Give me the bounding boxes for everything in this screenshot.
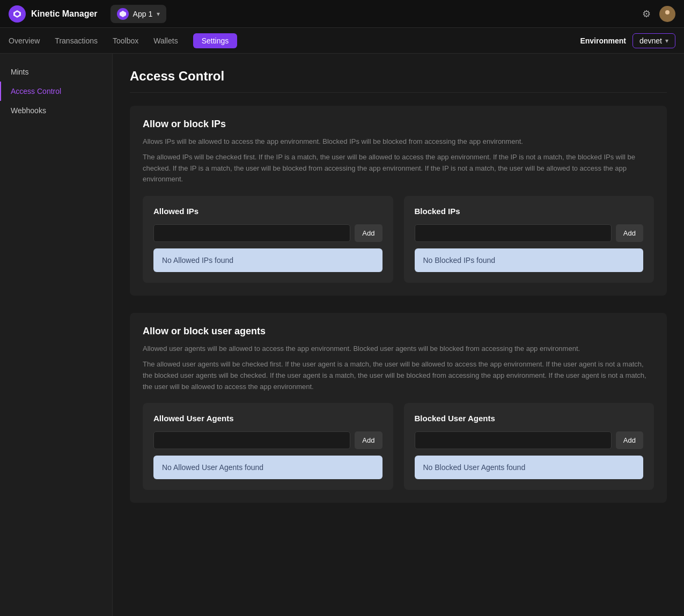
nav-overview[interactable]: Overview [9,34,40,47]
secondary-nav: Overview Transactions Toolbox Wallets Se… [0,28,684,54]
main-layout: Mints Access Control Webhooks Access Con… [0,54,684,616]
blocked-user-agents-empty: No Blocked User Agents found [415,456,644,479]
blocked-ips-input-row: Add [415,224,644,242]
nav-toolbox[interactable]: Toolbox [113,34,138,47]
nav-wallets[interactable]: Wallets [153,34,178,47]
allowed-user-agents-title: Allowed User Agents [153,414,383,423]
env-selector[interactable]: devnet ▾ [632,33,675,48]
allowed-ips-add-button[interactable]: Add [355,224,382,242]
page-title: Access Control [130,69,667,93]
blocked-ips-add-button[interactable]: Add [616,224,643,242]
ips-section-title: Allow or block IPs [143,119,654,130]
environment-label: Environment [580,36,626,45]
allowed-user-agents-input-row: Add [153,431,383,449]
ips-section: Allow or block IPs Allows IPs will be al… [130,106,667,296]
svg-point-4 [664,16,671,19]
blocked-ips-empty: No Blocked IPs found [415,248,644,272]
app-selector-icon [117,8,129,20]
gear-icon[interactable]: ⚙ [642,8,651,20]
user-agents-two-col: Allowed User Agents Add No Allowed User … [143,403,654,490]
blocked-user-agents-title: Blocked User Agents [415,414,644,423]
blocked-user-agents-input-row: Add [415,431,644,449]
blocked-user-agents-add-button[interactable]: Add [616,431,643,449]
allowed-user-agents-panel: Allowed User Agents Add No Allowed User … [143,403,393,490]
top-bar: Kinetic Manager App 1 ▾ ⚙ [0,0,684,28]
blocked-ips-input[interactable] [415,224,612,242]
user-agents-section-desc2: The allowed user agents will be checked … [143,359,654,392]
app-selector-chevron: ▾ [157,10,160,18]
ips-section-desc1: Allows IPs will be allowed to access the… [143,136,654,148]
env-area: Environment devnet ▾ [580,33,675,48]
top-bar-right: ⚙ [642,6,675,22]
env-selector-label: devnet [639,36,662,45]
blocked-user-agents-panel: Blocked User Agents Add No Blocked User … [404,403,654,490]
app-logo-icon [9,5,26,23]
allowed-ips-input[interactable] [153,224,350,242]
svg-marker-2 [120,11,126,17]
sidebar: Mints Access Control Webhooks [0,54,113,616]
app-selector-label: App 1 [133,10,153,18]
ips-section-desc2: The allowed IPs will be checked first. I… [143,152,654,185]
allowed-ips-empty: No Allowed IPs found [153,248,383,272]
content-area: Access Control Allow or block IPs Allows… [113,54,684,616]
allowed-user-agents-add-button[interactable]: Add [355,431,382,449]
allowed-user-agents-empty: No Allowed User Agents found [153,456,383,479]
svg-point-3 [665,10,670,14]
blocked-ips-title: Blocked IPs [415,207,644,216]
nav-settings[interactable]: Settings [193,33,238,48]
user-agents-section-title: Allow or block user agents [143,326,654,337]
allowed-ips-input-row: Add [153,224,383,242]
allowed-ips-panel: Allowed IPs Add No Allowed IPs found [143,196,393,283]
sidebar-item-mints[interactable]: Mints [0,62,112,82]
allowed-user-agents-input[interactable] [153,431,350,449]
env-selector-chevron: ▾ [665,37,668,45]
sidebar-item-webhooks[interactable]: Webhooks [0,101,112,120]
app-selector[interactable]: App 1 ▾ [111,5,167,23]
blocked-user-agents-input[interactable] [415,431,612,449]
app-title: Kinetic Manager [31,9,98,19]
ips-two-col: Allowed IPs Add No Allowed IPs found Blo… [143,196,654,283]
logo-area: Kinetic Manager [9,5,98,23]
user-agents-section: Allow or block user agents Allowed user … [130,313,667,503]
avatar[interactable] [659,6,675,22]
nav-transactions[interactable]: Transactions [55,34,98,47]
nav-links: Overview Transactions Toolbox Wallets Se… [9,33,237,48]
user-agents-section-desc1: Allowed user agents will be allowed to a… [143,343,654,355]
sidebar-item-access-control[interactable]: Access Control [0,82,112,101]
allowed-ips-title: Allowed IPs [153,207,383,216]
blocked-ips-panel: Blocked IPs Add No Blocked IPs found [404,196,654,283]
